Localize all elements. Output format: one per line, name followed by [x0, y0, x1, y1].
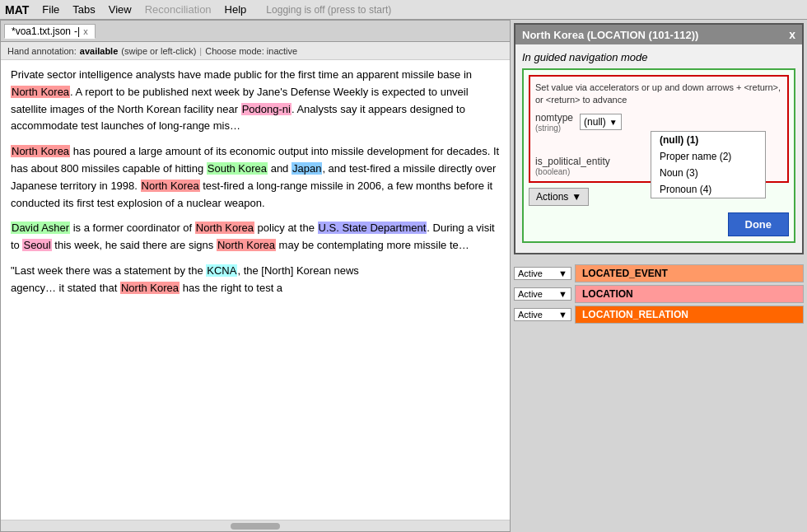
paragraph-4: "Last week there was a statement by the …: [11, 263, 500, 297]
actions-label: Actions: [536, 191, 568, 203]
dropdown-option-pronoun[interactable]: Pronoun (4): [651, 181, 765, 198]
right-panel: North Korea (LOCATION (101-112)) x In gu…: [511, 20, 807, 532]
status-row-2: Active ▼ LOCATION_RELATION: [514, 306, 804, 324]
text-content[interactable]: Private sector intelligence analysts hav…: [1, 60, 510, 520]
nomtype-field-row: nomtype (string) (null) ▼: [535, 112, 782, 133]
tab-bar: *voa1.txt.json -| x: [1, 21, 510, 42]
status-row-0: Active ▼ LOCATED_EVENT: [514, 264, 804, 282]
status-arrow-0: ▼: [558, 268, 567, 278]
highlight-north-korea-6[interactable]: North Korea: [120, 282, 180, 294]
tag-location[interactable]: LOCATION: [575, 285, 804, 303]
dropdown-option-null[interactable]: (null) (1): [651, 132, 765, 148]
status-separator: |: [199, 46, 202, 56]
popup-title-text: North Korea (LOCATION (101-112)): [522, 29, 698, 41]
status-mode: Choose mode: inactive: [205, 46, 297, 56]
paragraph-3: David Asher is a former coordinator of N…: [11, 220, 500, 254]
highlight-us-state[interactable]: U.S. State Department: [318, 222, 427, 234]
status-arrow-1: ▼: [558, 289, 567, 299]
status-swipe: (swipe or left-click): [121, 46, 196, 56]
status-text-2: Active: [518, 310, 543, 320]
menu-mat[interactable]: MAT: [5, 3, 29, 16]
is-political-label: is_political_entity (boolean): [535, 156, 610, 176]
file-tab[interactable]: *voa1.txt.json -| x: [4, 24, 96, 39]
logging-status[interactable]: Logging is off (press to start): [266, 4, 391, 16]
annotation-popup: North Korea (LOCATION (101-112)) x In gu…: [514, 23, 804, 254]
highlight-podong[interactable]: Podong-ni: [241, 103, 292, 115]
status-label: Hand annotation:: [7, 46, 77, 56]
menubar: MAT File Tabs View Reconciliation Help L…: [0, 0, 807, 20]
done-button[interactable]: Done: [728, 212, 790, 236]
highlight-north-korea-5[interactable]: North Korea: [217, 239, 276, 251]
highlight-north-korea-3[interactable]: North Korea: [141, 180, 200, 192]
paragraph-1: Private sector intelligence analysts hav…: [11, 67, 500, 135]
menu-reconciliation: Reconciliation: [145, 3, 212, 16]
status-bar: Hand annotation: available (swipe or lef…: [1, 42, 510, 60]
hint-text: Set value via accelerators or up and dow…: [535, 82, 782, 107]
tab-label: *voa1.txt.json: [12, 26, 71, 37]
done-area: Done: [529, 206, 789, 236]
nomtype-dropdown-arrow: ▼: [609, 118, 618, 127]
highlight-south-korea[interactable]: South Korea: [207, 162, 268, 175]
main-area: *voa1.txt.json -| x Hand annotation: ava…: [0, 20, 807, 532]
status-dropdown-0[interactable]: Active ▼: [514, 267, 571, 280]
menu-tabs[interactable]: Tabs: [72, 3, 95, 16]
status-dropdown-2[interactable]: Active ▼: [514, 308, 571, 321]
guided-nav-label: In guided navigation mode: [522, 51, 795, 63]
highlight-seoul[interactable]: Seoul: [22, 239, 51, 251]
highlight-north-korea-4[interactable]: North Korea: [195, 222, 254, 234]
text-panel: *voa1.txt.json -| x Hand annotation: ava…: [0, 20, 511, 532]
status-dropdown-1[interactable]: Active ▼: [514, 287, 571, 301]
highlight-japan[interactable]: Japan: [292, 162, 322, 175]
status-list: Active ▼ LOCATED_EVENT Active ▼ LOCATION…: [511, 261, 807, 329]
actions-button[interactable]: Actions ▼: [529, 188, 589, 206]
paragraph-2: North Korea has poured a large amount of…: [11, 143, 500, 212]
text-scrollbar-bottom[interactable]: [1, 520, 510, 531]
highlight-north-korea-2[interactable]: North Korea: [11, 145, 70, 157]
menu-view[interactable]: View: [109, 3, 132, 16]
tab-close-button[interactable]: x: [83, 26, 88, 36]
status-text-0: Active: [518, 268, 543, 278]
popup-close-button[interactable]: x: [789, 28, 795, 41]
tab-dash: -|: [74, 26, 80, 37]
popup-title-bar: North Korea (LOCATION (101-112)) x: [515, 25, 802, 44]
actions-dropdown-arrow: ▼: [571, 191, 581, 203]
red-section: Set value via accelerators or up and dow…: [529, 75, 789, 183]
scroll-thumb[interactable]: [231, 523, 280, 530]
nomtype-dropdown-menu: (null) (1) Proper name (2) Noun (3) Pron…: [651, 131, 766, 198]
status-row-1: Active ▼ LOCATION: [514, 285, 804, 303]
status-arrow-2: ▼: [558, 310, 567, 320]
nomtype-value: (null): [584, 116, 606, 128]
menu-help[interactable]: Help: [225, 3, 247, 16]
popup-body: In guided navigation mode Set value via …: [515, 44, 802, 253]
dropdown-option-noun[interactable]: Noun (3): [651, 165, 765, 181]
red-section-inner: Set value via accelerators or up and dow…: [535, 82, 782, 107]
highlight-david[interactable]: David Asher: [11, 222, 70, 234]
nomtype-dropdown[interactable]: (null) ▼: [580, 114, 622, 130]
tag-location-relation[interactable]: LOCATION_RELATION: [575, 306, 804, 324]
nomtype-label: nomtype (string): [535, 112, 573, 133]
green-section: Set value via accelerators or up and dow…: [522, 68, 795, 243]
menu-file[interactable]: File: [42, 3, 59, 16]
status-text-1: Active: [518, 289, 543, 299]
highlight-kcna[interactable]: KCNA: [206, 264, 237, 277]
dropdown-option-proper[interactable]: Proper name (2): [651, 148, 765, 165]
tag-located-event[interactable]: LOCATED_EVENT: [575, 264, 804, 282]
highlight-north-korea-1[interactable]: North Korea: [11, 86, 70, 98]
status-available: available: [80, 46, 118, 56]
